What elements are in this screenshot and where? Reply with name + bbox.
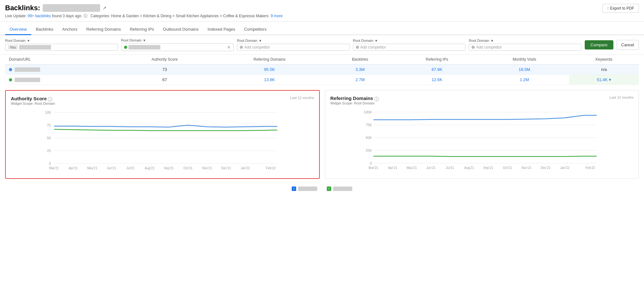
clear-icon-1[interactable]: ✕	[227, 45, 231, 50]
competitor-block-4: Root Domain ▼ Add competitor	[353, 39, 466, 51]
green-dot-1	[124, 46, 127, 49]
row2-domain-bar	[15, 78, 40, 82]
referring-chart-period: Last 12 months	[610, 95, 633, 99]
root-domain-label-4: Root Domain	[353, 39, 373, 42]
svg-text:Dec'21: Dec'21	[221, 166, 231, 170]
export-pdf-button[interactable]: ↑ Export to PDF	[602, 4, 639, 13]
root-domain-label-3: Root Domain	[237, 39, 257, 42]
more-link[interactable]: 9 more	[271, 14, 282, 18]
referring-green-line	[374, 156, 597, 156]
row1-keywords: n/a	[569, 65, 639, 75]
svg-text:Jan'22: Jan'22	[241, 166, 250, 170]
table-row: 73 95.5K 3.3M 67.9K 18.5M n/a	[5, 65, 639, 75]
row2-domain	[5, 75, 116, 85]
add-competitor-1: Add competitor	[244, 45, 270, 50]
legend-item-1: ✓	[292, 187, 317, 191]
row2-ref-domains[interactable]: 13.8K	[213, 75, 326, 85]
comp-input-3[interactable]: Add competitor	[237, 44, 350, 51]
legend-check-2[interactable]: ✓	[327, 187, 331, 191]
svg-text:Oct'21: Oct'21	[183, 166, 193, 170]
comp-input-2[interactable]: ✕	[121, 43, 234, 51]
svg-text:Aug'21: Aug'21	[464, 166, 474, 170]
chevron-down-icon-4: ▼	[375, 39, 378, 42]
tabs-bar: Overview Backlinks Anchors Referring Dom…	[0, 24, 644, 35]
tab-overview[interactable]: Overview	[5, 24, 31, 35]
comp-label-4[interactable]: Root Domain ▼	[353, 39, 466, 42]
cancel-button[interactable]: Cancel	[617, 40, 639, 50]
compare-button[interactable]: Compare	[585, 40, 613, 50]
authority-score-chart: Authority Score i Widget Scope: Root Dom…	[5, 90, 320, 179]
col-referring-domains: Referring Domains	[213, 55, 326, 65]
tab-outbound-domains[interactable]: Outbound Domains	[158, 24, 203, 35]
comp-label-3[interactable]: Root Domain ▼	[237, 39, 350, 42]
competitor-block-1: Root Domain ▼ You	[5, 39, 118, 51]
referring-chart-svg: 100K 75K 50K 25K 0 Mar'21 Apr'21 May'21 …	[330, 109, 633, 173]
comp-input-4[interactable]: Add competitor	[353, 44, 466, 51]
tab-competitors[interactable]: Competitors	[240, 24, 271, 35]
svg-text:Nov'21: Nov'21	[202, 166, 212, 170]
row1-backlinks[interactable]: 3.3M	[326, 65, 394, 75]
tab-indexed-pages[interactable]: Indexed Pages	[203, 24, 240, 35]
charts-section: Authority Score i Widget Scope: Root Dom…	[0, 85, 644, 184]
row2-ref-ips[interactable]: 12.6K	[394, 75, 480, 85]
col-backlinks: Backlinks	[326, 55, 394, 65]
domain-display	[43, 4, 100, 12]
competitor-block-2: Root Domain ▼ ✕	[121, 38, 234, 51]
comp-input-1[interactable]: You	[5, 44, 118, 51]
data-table-section: Domain/URL Authority Score Referring Dom…	[0, 55, 644, 85]
row1-dot	[9, 68, 12, 71]
tab-referring-ips[interactable]: Referring IPs	[125, 24, 158, 35]
legend-row: ✓ ✓	[0, 184, 644, 195]
subtitle-bar: Live Update: 99+ backlinks found 3 days …	[5, 13, 602, 19]
authority-chart-scope: Widget Scope: Root Domain	[11, 102, 55, 105]
chevron-down-icon-2: ▼	[143, 39, 146, 42]
row1-monthly-visits[interactable]: 18.5M	[480, 65, 569, 75]
row2-dot	[9, 78, 12, 81]
referring-chart-title: Referring Domains	[330, 95, 373, 101]
row2-keywords[interactable]: 51.4K ▾	[569, 75, 639, 85]
row1-ref-ips[interactable]: 67.9K	[394, 65, 480, 75]
referring-info-icon[interactable]: i	[374, 97, 379, 101]
comp-input-5[interactable]: Add competitor	[469, 44, 582, 51]
competitor-block-5: Root Domain ▼ Add competitor	[469, 39, 582, 51]
gray-dot-3	[472, 46, 475, 49]
add-competitor-3: Add competitor	[476, 45, 502, 50]
export-icon: ↑	[607, 6, 609, 11]
backlinks-count[interactable]: 99+ backlinks	[28, 14, 51, 18]
tab-backlinks[interactable]: Backlinks	[31, 24, 58, 35]
svg-text:Nov'21: Nov'21	[522, 166, 531, 170]
comp-label-5[interactable]: Root Domain ▼	[469, 39, 582, 42]
row2-monthly-visits[interactable]: 1.2M	[480, 75, 569, 85]
comp-label-1[interactable]: Root Domain ▼	[5, 39, 118, 42]
svg-text:75K: 75K	[366, 123, 372, 127]
authority-green-line	[54, 129, 277, 131]
live-update-label: Live Update:	[5, 14, 26, 18]
row1-ref-domains[interactable]: 95.5K	[213, 65, 326, 75]
svg-text:Jun'21: Jun'21	[107, 166, 116, 170]
tab-referring-domains[interactable]: Referring Domains	[82, 24, 125, 35]
tab-anchors[interactable]: Anchors	[58, 24, 82, 35]
svg-text:0: 0	[370, 161, 372, 165]
referring-blue-line	[374, 115, 597, 120]
svg-text:Feb'22: Feb'22	[585, 166, 595, 170]
svg-text:Sep'21: Sep'21	[164, 166, 174, 170]
row2-backlinks[interactable]: 2.7M	[326, 75, 394, 85]
authority-info-icon[interactable]: i	[48, 97, 52, 102]
svg-text:100K: 100K	[364, 110, 372, 114]
svg-text:Apr'21: Apr'21	[388, 166, 397, 170]
external-link-icon[interactable]: ↗	[103, 5, 106, 11]
comp-label-2[interactable]: Root Domain ▼	[121, 38, 234, 42]
authority-chart-svg: 100 75 50 25 0 Mar'21 Apr'21 May'21 Jun'…	[11, 109, 314, 173]
authority-blue-line	[54, 125, 277, 127]
svg-text:50K: 50K	[366, 136, 372, 140]
svg-text:Aug'21: Aug'21	[145, 166, 155, 170]
row2-authority: 67	[116, 75, 213, 85]
svg-text:100: 100	[45, 111, 51, 114]
row1-domain-bar	[15, 67, 40, 72]
competitor-row: Root Domain ▼ You Root Domain ▼ ✕ Root D…	[0, 35, 644, 55]
legend-check-1[interactable]: ✓	[292, 187, 296, 191]
svg-text:75: 75	[47, 123, 51, 127]
authority-chart-title: Authority Score	[11, 96, 47, 101]
col-referring-ips: Referring IPs	[394, 55, 480, 65]
col-keywords: Keywords	[569, 55, 639, 65]
